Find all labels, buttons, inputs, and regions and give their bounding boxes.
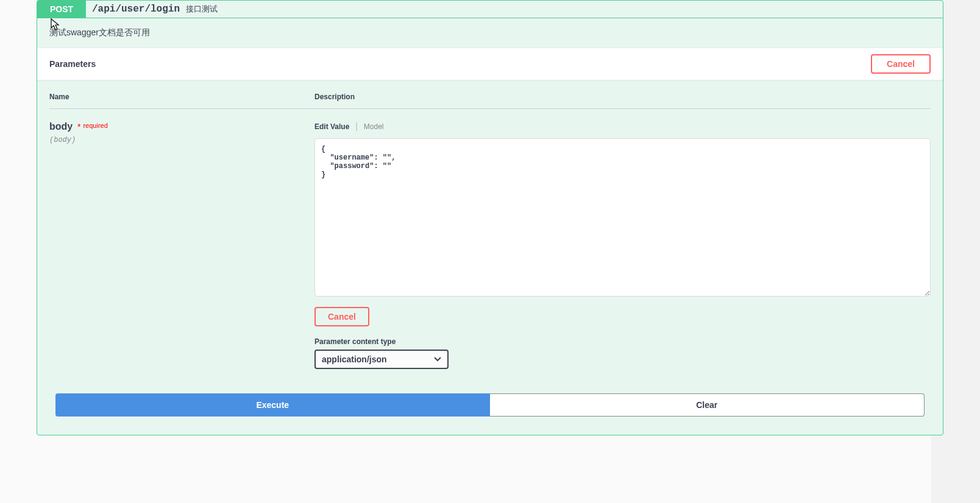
parameters-title: Parameters [49,59,96,69]
tab-edit-value[interactable]: Edit Value [314,122,349,131]
operation-path: /api/user/login [92,4,180,15]
http-method-badge: POST [37,1,86,18]
content-type-select[interactable]: application/json [314,350,449,369]
body-input[interactable] [314,138,931,297]
parameters-header: Parameters Cancel [37,47,943,80]
parameter-description-cell: Edit Value | Model Cancel Parameter cont… [314,121,931,369]
content-type-label: Parameter content type [314,337,931,346]
parameter-name-cell: body * required (body) [49,121,314,369]
operation-description-text: 测试swagger文档是否可用 [49,27,150,37]
operation-description: 测试swagger文档是否可用 [37,18,943,47]
column-header-description: Description [314,93,931,101]
parameter-name: body [49,121,73,132]
operation-summary-bar[interactable]: POST /api/user/login 接口测试 [37,1,943,18]
cancel-tryout-button[interactable]: Cancel [871,54,931,74]
column-header-name: Name [49,93,314,101]
parameter-in: (body) [49,136,314,144]
body-cancel-button[interactable]: Cancel [314,307,369,326]
action-row: Execute Clear [37,381,943,435]
operation-block: POST /api/user/login 接口测试 测试swagger文档是否可… [37,0,943,435]
execute-button[interactable]: Execute [55,393,490,417]
table-header-row: Name Description [49,93,931,109]
operation-summary: 接口测试 [186,4,218,15]
parameters-table: Name Description body * required (body) … [37,80,943,381]
clear-button[interactable]: Clear [490,393,925,417]
body-tabs: Edit Value | Model [314,121,931,131]
content-type-select-wrap: application/json [314,350,449,369]
required-star: * [77,122,80,132]
cursor-icon [51,18,60,32]
parameter-row: body * required (body) Edit Value | Mode… [49,109,931,369]
required-label: required [83,122,107,129]
tab-model[interactable]: Model [364,122,384,131]
tab-separator: | [355,121,358,131]
